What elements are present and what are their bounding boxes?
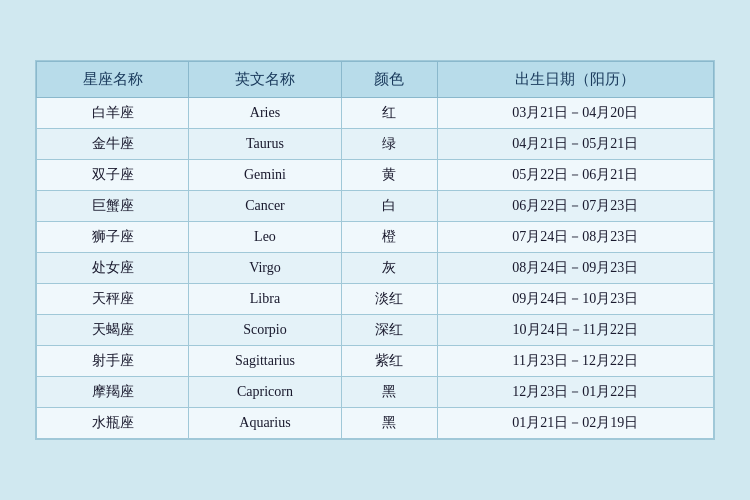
cell-row0-col2: 红	[341, 98, 437, 129]
column-header: 出生日期（阳历）	[437, 62, 713, 98]
cell-row6-col2: 淡红	[341, 284, 437, 315]
cell-row0-col0: 白羊座	[37, 98, 189, 129]
cell-row5-col0: 处女座	[37, 253, 189, 284]
column-header: 英文名称	[189, 62, 341, 98]
cell-row8-col3: 11月23日－12月22日	[437, 346, 713, 377]
table-header-row: 星座名称英文名称颜色出生日期（阳历）	[37, 62, 714, 98]
cell-row1-col3: 04月21日－05月21日	[437, 129, 713, 160]
cell-row5-col2: 灰	[341, 253, 437, 284]
table-row: 天秤座Libra淡红09月24日－10月23日	[37, 284, 714, 315]
cell-row4-col2: 橙	[341, 222, 437, 253]
zodiac-table-container: 星座名称英文名称颜色出生日期（阳历） 白羊座Aries红03月21日－04月20…	[35, 60, 715, 440]
column-header: 颜色	[341, 62, 437, 98]
cell-row3-col0: 巨蟹座	[37, 191, 189, 222]
cell-row5-col1: Virgo	[189, 253, 341, 284]
cell-row7-col1: Scorpio	[189, 315, 341, 346]
table-row: 金牛座Taurus绿04月21日－05月21日	[37, 129, 714, 160]
table-row: 射手座Sagittarius紫红11月23日－12月22日	[37, 346, 714, 377]
cell-row3-col1: Cancer	[189, 191, 341, 222]
cell-row3-col2: 白	[341, 191, 437, 222]
cell-row2-col2: 黄	[341, 160, 437, 191]
table-row: 处女座Virgo灰08月24日－09月23日	[37, 253, 714, 284]
cell-row3-col3: 06月22日－07月23日	[437, 191, 713, 222]
cell-row8-col2: 紫红	[341, 346, 437, 377]
table-row: 巨蟹座Cancer白06月22日－07月23日	[37, 191, 714, 222]
cell-row2-col3: 05月22日－06月21日	[437, 160, 713, 191]
table-row: 狮子座Leo橙07月24日－08月23日	[37, 222, 714, 253]
cell-row0-col3: 03月21日－04月20日	[437, 98, 713, 129]
cell-row9-col0: 摩羯座	[37, 377, 189, 408]
cell-row5-col3: 08月24日－09月23日	[437, 253, 713, 284]
cell-row1-col2: 绿	[341, 129, 437, 160]
cell-row6-col3: 09月24日－10月23日	[437, 284, 713, 315]
cell-row2-col0: 双子座	[37, 160, 189, 191]
cell-row10-col0: 水瓶座	[37, 408, 189, 439]
cell-row8-col1: Sagittarius	[189, 346, 341, 377]
cell-row7-col2: 深红	[341, 315, 437, 346]
cell-row0-col1: Aries	[189, 98, 341, 129]
cell-row7-col3: 10月24日－11月22日	[437, 315, 713, 346]
table-row: 双子座Gemini黄05月22日－06月21日	[37, 160, 714, 191]
cell-row4-col3: 07月24日－08月23日	[437, 222, 713, 253]
cell-row1-col0: 金牛座	[37, 129, 189, 160]
cell-row7-col0: 天蝎座	[37, 315, 189, 346]
table-row: 天蝎座Scorpio深红10月24日－11月22日	[37, 315, 714, 346]
cell-row2-col1: Gemini	[189, 160, 341, 191]
cell-row6-col0: 天秤座	[37, 284, 189, 315]
cell-row10-col2: 黑	[341, 408, 437, 439]
table-row: 白羊座Aries红03月21日－04月20日	[37, 98, 714, 129]
cell-row9-col2: 黑	[341, 377, 437, 408]
cell-row4-col0: 狮子座	[37, 222, 189, 253]
column-header: 星座名称	[37, 62, 189, 98]
cell-row9-col3: 12月23日－01月22日	[437, 377, 713, 408]
cell-row6-col1: Libra	[189, 284, 341, 315]
cell-row4-col1: Leo	[189, 222, 341, 253]
cell-row10-col3: 01月21日－02月19日	[437, 408, 713, 439]
cell-row10-col1: Aquarius	[189, 408, 341, 439]
table-row: 水瓶座Aquarius黑01月21日－02月19日	[37, 408, 714, 439]
zodiac-table: 星座名称英文名称颜色出生日期（阳历） 白羊座Aries红03月21日－04月20…	[36, 61, 714, 439]
cell-row8-col0: 射手座	[37, 346, 189, 377]
table-row: 摩羯座Capricorn黑12月23日－01月22日	[37, 377, 714, 408]
cell-row9-col1: Capricorn	[189, 377, 341, 408]
cell-row1-col1: Taurus	[189, 129, 341, 160]
